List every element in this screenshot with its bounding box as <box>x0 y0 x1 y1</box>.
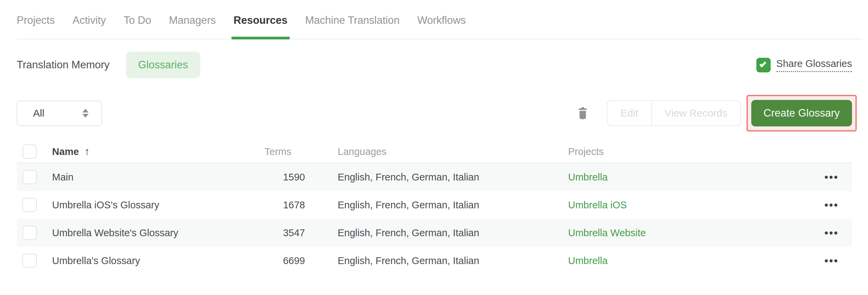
glossary-name: Umbrella's Glossary <box>52 255 225 266</box>
terms-count: 3547 <box>225 227 305 239</box>
sort-ascending-icon <box>84 145 90 158</box>
kebab-menu-icon[interactable] <box>810 231 852 235</box>
table-row[interactable]: Umbrella's Glossary 6699 English, French… <box>17 247 852 275</box>
row-checkbox[interactable] <box>22 226 37 240</box>
column-header-terms: Terms <box>225 146 305 157</box>
column-header-name[interactable]: Name <box>52 145 225 158</box>
languages-list: English, French, German, Italian <box>305 227 568 239</box>
subtab-glossaries[interactable]: Glossaries <box>126 52 200 78</box>
table-row[interactable]: Umbrella Website's Glossary 3547 English… <box>17 219 852 247</box>
main-tab-bar: Projects Activity To Do Managers Resourc… <box>17 0 862 39</box>
project-link[interactable]: Umbrella Website <box>568 227 810 239</box>
checkmark-icon <box>759 60 767 68</box>
tab-machine-translation[interactable]: Machine Translation <box>305 14 400 39</box>
table-header-row: Name Terms Languages Projects <box>17 141 852 163</box>
toolbar-actions: Edit View Records Create Glossary <box>578 95 857 132</box>
kebab-menu-icon[interactable] <box>810 259 852 262</box>
column-header-languages: Languages <box>305 146 568 157</box>
glossaries-toolbar: All Edit View Records Create Glossary <box>17 94 857 132</box>
glossary-name: Main <box>52 172 225 183</box>
row-checkbox[interactable] <box>22 254 37 268</box>
languages-list: English, French, German, Italian <box>305 199 568 211</box>
share-glossaries-label[interactable]: Share Glossaries <box>776 58 852 72</box>
tab-projects[interactable]: Projects <box>17 14 55 39</box>
project-link[interactable]: Umbrella <box>568 172 810 183</box>
languages-list: English, French, German, Italian <box>305 255 568 266</box>
filter-dropdown[interactable]: All <box>17 101 102 126</box>
header-checkbox-cell <box>17 144 52 159</box>
tab-to-do[interactable]: To Do <box>124 14 151 39</box>
delete-glossary-button[interactable] <box>578 107 588 119</box>
glossaries-table: Name Terms Languages Projects Main 1590 … <box>17 141 852 275</box>
resources-subnav: Translation Memory Glossaries Share Glos… <box>17 52 852 78</box>
tab-resources[interactable]: Resources <box>234 14 288 39</box>
edit-button[interactable]: Edit <box>608 101 651 125</box>
view-records-button[interactable]: View Records <box>651 101 741 125</box>
select-all-checkbox[interactable] <box>22 144 37 159</box>
project-link[interactable]: Umbrella iOS <box>568 199 810 211</box>
glossary-name: Umbrella Website's Glossary <box>52 227 225 239</box>
name-header-label: Name <box>52 146 79 157</box>
share-glossaries-checkbox[interactable] <box>756 58 771 72</box>
table-row[interactable]: Main 1590 English, French, German, Itali… <box>17 163 852 191</box>
terms-count: 1590 <box>225 172 305 183</box>
column-header-projects: Projects <box>568 146 810 157</box>
glossary-name: Umbrella iOS's Glossary <box>52 199 225 211</box>
project-link[interactable]: Umbrella <box>568 255 810 266</box>
trash-icon <box>578 107 588 119</box>
row-checkbox[interactable] <box>22 198 37 212</box>
selection-action-group: Edit View Records <box>607 100 741 126</box>
tab-managers[interactable]: Managers <box>169 14 216 39</box>
subnav-tabs: Translation Memory Glossaries <box>17 52 200 78</box>
up-down-arrows-icon <box>82 109 89 118</box>
create-glossary-button[interactable]: Create Glossary <box>751 100 852 126</box>
kebab-menu-icon[interactable] <box>810 204 852 207</box>
create-glossary-highlight-annotation: Create Glossary <box>746 95 857 132</box>
row-checkbox[interactable] <box>22 170 37 184</box>
table-row[interactable]: Umbrella iOS's Glossary 1678 English, Fr… <box>17 191 852 219</box>
share-glossaries-toggle[interactable]: Share Glossaries <box>756 58 852 72</box>
terms-count: 6699 <box>225 255 305 266</box>
tab-activity[interactable]: Activity <box>73 14 106 39</box>
filter-dropdown-value: All <box>33 107 44 119</box>
languages-list: English, French, German, Italian <box>305 172 568 183</box>
tab-workflows[interactable]: Workflows <box>417 14 466 39</box>
subtab-translation-memory[interactable]: Translation Memory <box>17 59 110 71</box>
terms-count: 1678 <box>225 199 305 211</box>
kebab-menu-icon[interactable] <box>810 176 852 179</box>
